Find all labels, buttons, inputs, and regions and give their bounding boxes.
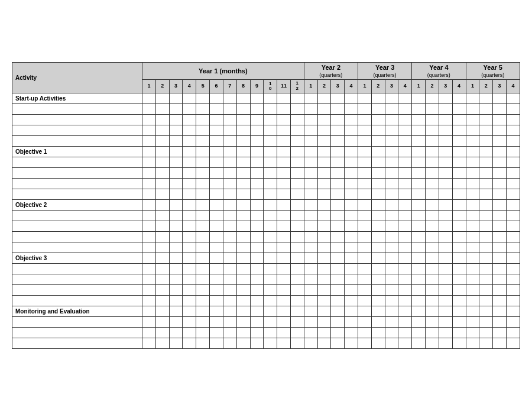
year1-header: Year 1 (months) — [142, 63, 304, 80]
section-monitoring: Monitoring and Evaluation — [12, 306, 520, 316]
table-row — [12, 157, 520, 167]
startup-label: Start-up Activities — [12, 93, 142, 103]
table-row — [12, 125, 520, 135]
month-3: 3 — [169, 80, 183, 93]
obj1-label: Objective 1 — [12, 146, 142, 157]
table-row — [12, 231, 520, 242]
table-row — [12, 295, 520, 306]
month-5: 5 — [196, 80, 210, 93]
month-12: 12 — [290, 80, 304, 93]
section-obj2: Objective 2 — [12, 199, 520, 210]
y4q4: 4 — [452, 80, 466, 93]
y2q3: 3 — [331, 80, 345, 93]
y5q4: 4 — [506, 80, 520, 93]
monitoring-label: Monitoring and Evaluation — [12, 306, 142, 316]
month-6: 6 — [210, 80, 223, 93]
obj2-label: Objective 2 — [12, 199, 142, 210]
y2q2: 2 — [317, 80, 331, 93]
table-row — [12, 103, 520, 114]
table-row — [12, 284, 520, 295]
table-row — [12, 327, 520, 338]
gantt-table: Activity Year 1 (months) Year 2 (quarter… — [12, 62, 520, 349]
table-row — [12, 135, 520, 146]
table-row — [12, 114, 520, 125]
page-container: Activity Year 1 (months) Year 2 (quarter… — [12, 62, 520, 349]
table-row — [12, 274, 520, 284]
y3q1: 1 — [358, 80, 372, 93]
table-row — [12, 263, 520, 274]
y4q3: 3 — [439, 80, 452, 93]
y4q1: 1 — [412, 80, 426, 93]
y4q2: 2 — [426, 80, 439, 93]
month-8: 8 — [236, 80, 250, 93]
table-row — [12, 316, 520, 327]
year4-header: Year 4 (quarters) — [412, 63, 466, 80]
y5q2: 2 — [479, 80, 493, 93]
month-1: 1 — [142, 80, 156, 93]
month-7: 7 — [223, 80, 236, 93]
y3q3: 3 — [385, 80, 398, 93]
month-10: 10 — [264, 80, 277, 93]
table-row — [12, 178, 520, 189]
year5-header: Year 5 (quarters) — [466, 63, 520, 80]
month-11: 11 — [277, 80, 291, 93]
month-2: 2 — [155, 80, 169, 93]
table-row — [12, 242, 520, 253]
year2-header: Year 2 (quarters) — [304, 63, 358, 80]
year3-header: Year 3 (quarters) — [358, 63, 412, 80]
section-obj3: Objective 3 — [12, 253, 520, 263]
table-row — [12, 338, 520, 348]
activity-header: Activity — [12, 63, 142, 93]
y5q3: 3 — [493, 80, 507, 93]
section-startup: Start-up Activities — [12, 93, 520, 103]
y2q4: 4 — [345, 80, 358, 93]
table-row — [12, 210, 520, 221]
y5q1: 1 — [466, 80, 479, 93]
y3q4: 4 — [398, 80, 412, 93]
month-4: 4 — [183, 80, 196, 93]
table-row — [12, 167, 520, 178]
section-obj1: Objective 1 — [12, 146, 520, 157]
y3q2: 2 — [371, 80, 385, 93]
obj3-label: Objective 3 — [12, 253, 142, 263]
y2q1: 1 — [304, 80, 317, 93]
month-9: 9 — [250, 80, 264, 93]
table-row — [12, 189, 520, 199]
table-row — [12, 221, 520, 231]
